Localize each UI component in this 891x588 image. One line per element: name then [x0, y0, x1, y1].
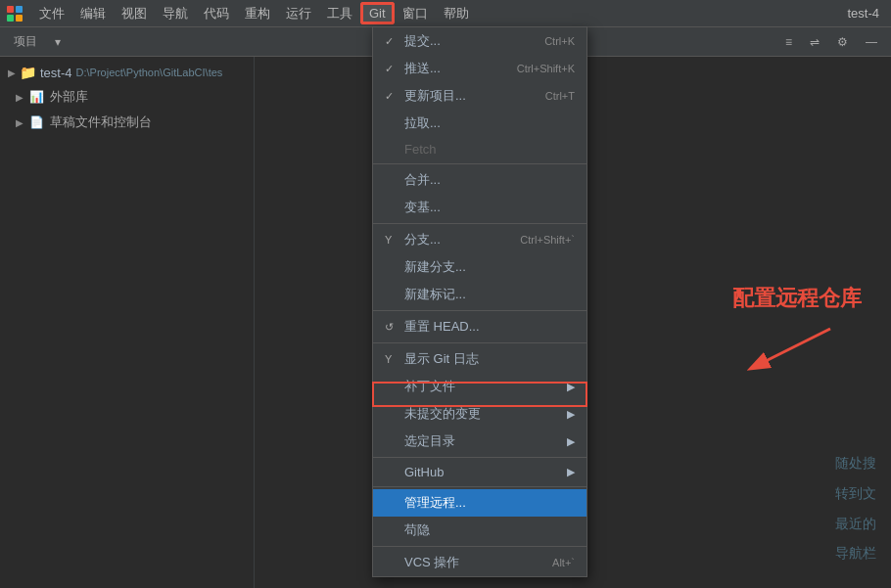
menu-label-commit: 提交... [404, 32, 441, 50]
menu-sep-5 [373, 163, 586, 164]
external-libs-label: 外部库 [50, 88, 88, 106]
right-hints: 随处搜 转到文 最近的 导航栏 [835, 448, 876, 568]
menu-label-push: 推送... [404, 60, 441, 77]
menu-label-stash: 苟隐 [404, 521, 430, 539]
git-dropdown-menu: ✓提交...Ctrl+K✓推送...Ctrl+Shift+K✓更新项目...Ct… [372, 26, 587, 577]
menu-git[interactable]: Git [360, 2, 395, 24]
menu-code[interactable]: 代码 [196, 2, 237, 25]
svg-rect-1 [16, 6, 23, 13]
menu-item-github[interactable]: GitHub▶ [373, 460, 586, 484]
menu-arrow-uncommitted: ▶ [567, 408, 575, 421]
menu-sep-8 [373, 223, 586, 224]
menu-item-branch[interactable]: Y分支...Ctrl+Shift+` [373, 226, 586, 253]
sidebar: ▶ 📁 test-4 D:\Project\Python\GitLabCI\te… [0, 57, 255, 588]
menu-label-fetch: Fetch [404, 142, 437, 157]
menu-arrow-patch: ▶ [567, 381, 575, 393]
project-path: D:\Project\Python\GitLabCI\tes [76, 67, 223, 78]
toolbar-minimize-icon[interactable]: — [860, 33, 883, 51]
ext-libs-icon: 📊 [29, 90, 44, 104]
menu-check-branch: Y [385, 234, 399, 246]
menu-navigate[interactable]: 导航 [155, 2, 196, 25]
menu-item-push[interactable]: ✓推送...Ctrl+Shift+K [373, 55, 586, 82]
menu-check-show_log: Y [385, 353, 399, 365]
menu-label-patch: 补丁文件 [404, 378, 455, 395]
window-title: test-4 [839, 3, 887, 23]
menu-sep-14 [373, 342, 586, 343]
toolbar-list-icon[interactable]: ≡ [779, 33, 798, 51]
menu-arrow-selected_dir: ▶ [567, 435, 575, 448]
menu-sep-24 [373, 546, 586, 547]
menu-arrow-github: ▶ [567, 466, 575, 478]
menu-label-update: 更新项目... [404, 87, 466, 105]
menubar: 文件 编辑 视图 导航 代码 重构 运行 工具 Git 窗口 帮助 test-4 [0, 0, 891, 27]
menu-label-new_branch: 新建分支... [404, 258, 466, 276]
folder-icon: 📁 [20, 65, 36, 80]
external-libs-item[interactable]: ▶ 📊 外部库 [0, 84, 254, 110]
menu-label-reset: 重置 HEAD... [404, 318, 480, 336]
menu-item-vcs_ops[interactable]: VCS 操作Alt+` [373, 549, 586, 576]
menu-label-new_tag: 新建标记... [404, 286, 466, 303]
drafts-label: 草稿文件和控制台 [50, 113, 152, 131]
menu-item-new_branch[interactable]: 新建分支... [373, 253, 586, 281]
menu-shortcut-commit: Ctrl+K [544, 35, 575, 47]
menu-item-manage_remote[interactable]: 管理远程... [373, 489, 586, 517]
menu-tools[interactable]: 工具 [319, 2, 360, 25]
project-arrow[interactable]: ▶ [8, 68, 16, 78]
menu-edit[interactable]: 编辑 [72, 2, 114, 25]
menu-item-pull[interactable]: 拉取... [373, 110, 586, 137]
menu-check-push: ✓ [385, 63, 399, 75]
menu-item-merge[interactable]: 合并... [373, 166, 586, 194]
menu-shortcut-update: Ctrl+T [545, 90, 575, 102]
menu-view[interactable]: 视图 [114, 2, 155, 25]
menu-check-update: ✓ [385, 90, 399, 103]
menu-sep-19 [373, 457, 586, 458]
menu-item-reset[interactable]: ↺重置 HEAD... [373, 313, 586, 340]
svg-rect-2 [7, 15, 14, 22]
hint-3: 最近的 [835, 509, 876, 539]
menu-label-selected_dir: 选定目录 [404, 432, 455, 450]
menu-label-pull: 拉取... [404, 114, 441, 132]
hint-1: 随处搜 [835, 448, 876, 478]
ext-libs-arrow: ▶ [16, 92, 23, 103]
svg-rect-3 [16, 15, 23, 22]
menu-sep-21 [373, 486, 586, 487]
toolbar-dropdown[interactable]: ▾ [49, 33, 67, 51]
toolbar-sync-icon[interactable]: ⇌ [804, 33, 825, 51]
menu-shortcut-vcs_ops: Alt+` [552, 557, 575, 568]
drafts-item[interactable]: ▶ 📄 草稿文件和控制台 [0, 110, 254, 135]
menu-item-uncommitted[interactable]: 未提交的变更▶ [373, 400, 586, 428]
menu-item-selected_dir[interactable]: 选定目录▶ [373, 428, 586, 455]
menu-item-fetch: Fetch [373, 137, 586, 161]
menu-window[interactable]: 窗口 [395, 2, 436, 25]
menu-item-new_tag[interactable]: 新建标记... [373, 281, 586, 308]
menu-label-show_log: 显示 Git 日志 [404, 350, 479, 368]
menu-file[interactable]: 文件 [31, 2, 72, 25]
menu-item-stash[interactable]: 苟隐 [373, 517, 586, 544]
toolbar-settings-icon[interactable]: ⚙ [831, 33, 854, 51]
menu-label-manage_remote: 管理远程... [404, 494, 466, 512]
menu-label-vcs_ops: VCS 操作 [404, 554, 459, 571]
menu-item-commit[interactable]: ✓提交...Ctrl+K [373, 27, 586, 55]
menu-refactor[interactable]: 重构 [237, 2, 278, 25]
drafts-icon: 📄 [29, 115, 44, 129]
toolbar-project-label: 项目 [8, 31, 43, 52]
menu-item-rebase[interactable]: 变基... [373, 194, 586, 221]
menu-shortcut-push: Ctrl+Shift+K [517, 63, 575, 74]
project-row: ▶ 📁 test-4 D:\Project\Python\GitLabCI\te… [0, 61, 254, 84]
app-logo [4, 3, 25, 24]
svg-rect-0 [7, 6, 14, 13]
menu-label-uncommitted: 未提交的变更 [404, 405, 481, 423]
menu-item-update[interactable]: ✓更新项目...Ctrl+T [373, 82, 586, 110]
menu-run[interactable]: 运行 [278, 2, 319, 25]
hint-2: 转到文 [835, 478, 876, 509]
menu-shortcut-branch: Ctrl+Shift+` [520, 234, 575, 246]
menu-item-patch[interactable]: 补丁文件▶ [373, 373, 586, 400]
project-name: test-4 [40, 66, 72, 80]
menu-label-merge: 合并... [404, 171, 441, 189]
menu-label-rebase: 变基... [404, 199, 441, 216]
menu-help[interactable]: 帮助 [436, 2, 477, 25]
menu-item-show_log[interactable]: Y显示 Git 日志 [373, 345, 586, 373]
menu-check-commit: ✓ [385, 35, 399, 48]
drafts-arrow: ▶ [16, 117, 23, 128]
menu-sep-12 [373, 310, 586, 311]
